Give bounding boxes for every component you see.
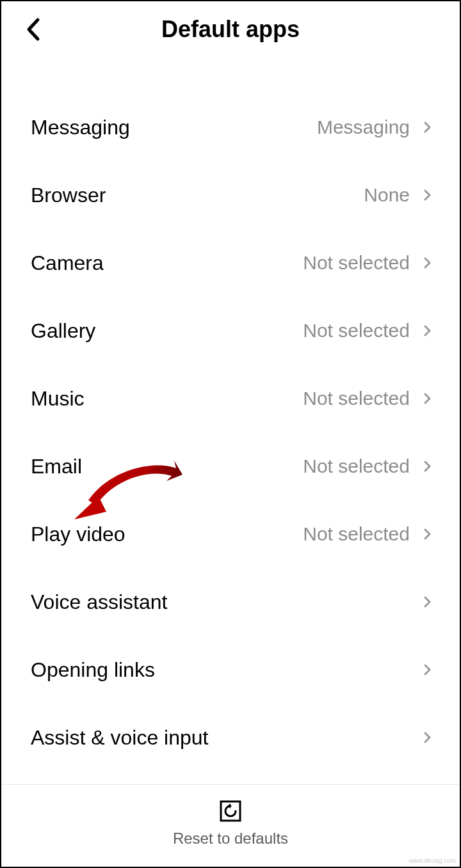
row-gallery[interactable]: Gallery Not selected: [1, 297, 460, 365]
chevron-right-icon: [421, 731, 434, 744]
settings-list: Messaging Messaging Browser None Camera …: [1, 55, 460, 784]
row-label: Gallery: [31, 319, 303, 343]
chevron-right-icon: [421, 189, 434, 201]
row-messaging[interactable]: Messaging Messaging: [1, 93, 460, 161]
row-browser[interactable]: Browser None: [1, 161, 460, 229]
row-value: Not selected: [303, 523, 410, 545]
row-label: Email: [31, 455, 303, 478]
row-assist-voice-input[interactable]: Assist & voice input: [1, 704, 460, 771]
chevron-right-icon: [421, 528, 434, 541]
row-value: Not selected: [303, 252, 410, 274]
row-label: Opening links: [31, 658, 410, 682]
chevron-right-icon: [421, 596, 434, 608]
row-value: None: [364, 184, 410, 206]
chevron-right-icon: [421, 392, 434, 405]
reset-to-defaults-button[interactable]: Reset to defaults: [1, 784, 460, 867]
row-value: Not selected: [303, 320, 410, 342]
row-label: Messaging: [31, 116, 317, 139]
row-email[interactable]: Email Not selected: [1, 432, 460, 500]
chevron-right-icon: [421, 121, 434, 134]
row-voice-assistant[interactable]: Voice assistant: [1, 568, 460, 636]
page-title: Default apps: [161, 16, 300, 43]
row-value: Messaging: [317, 116, 410, 138]
row-label: Browser: [31, 184, 364, 207]
row-value: Not selected: [303, 455, 410, 477]
reset-icon: [218, 799, 243, 823]
reset-label: Reset to defaults: [173, 830, 288, 848]
chevron-right-icon: [421, 460, 434, 473]
back-icon: [25, 17, 42, 42]
header: Default apps: [1, 1, 460, 55]
row-music[interactable]: Music Not selected: [1, 365, 460, 432]
chevron-right-icon: [421, 256, 434, 269]
row-label: Music: [31, 387, 303, 411]
row-value: Not selected: [303, 388, 410, 409]
row-play-video[interactable]: Play video Not selected: [1, 500, 460, 568]
row-opening-links[interactable]: Opening links: [1, 636, 460, 704]
row-camera[interactable]: Camera Not selected: [1, 229, 460, 297]
chevron-right-icon: [421, 324, 434, 337]
back-button[interactable]: [20, 17, 46, 42]
chevron-right-icon: [421, 663, 434, 676]
watermark: www.deuag.com: [409, 857, 456, 864]
row-label: Play video: [31, 523, 303, 546]
row-label: Assist & voice input: [31, 726, 410, 750]
row-label: Camera: [31, 251, 303, 275]
row-label: Voice assistant: [31, 590, 410, 614]
